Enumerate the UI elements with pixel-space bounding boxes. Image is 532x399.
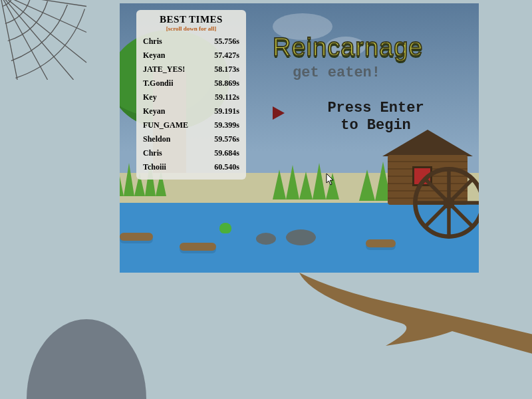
log [120,233,153,241]
svg-line-14 [449,180,472,203]
press-enter-prompt[interactable]: Press Enter to Begin [296,100,456,135]
leaderboard-panel[interactable]: BEST TIMES [scroll down for all] Chris55… [136,10,246,180]
leaderboard-time: 58.173s [214,63,239,76]
mouse-cursor-icon [326,173,335,186]
leaderboard-name: Tchoiii [143,160,166,174]
leaderboard-row: Sheldon59.576s [143,132,239,146]
leaderboard-rows: Chris55.756sKeyan57.427sJATE_YES!58.173s… [143,35,239,174]
leaderboard-row: FUN_GAME59.399s [143,118,239,132]
spiderweb-decoration [0,0,93,80]
play-icon[interactable] [273,106,285,120]
leaderboard-name: Keyan [143,104,165,118]
leaderboard-time: 59.112s [215,90,239,104]
svg-line-15 [426,203,449,226]
svg-line-0 [0,0,86,63]
leaderboard-row: Chris55.756s [143,35,239,49]
leaderboard-name: Sheldon [143,132,170,146]
leaderboard-row: Key59.112s [143,90,239,104]
svg-line-13 [449,203,472,226]
game-viewport: Reincarnage get eaten! Press Enter to Be… [120,3,479,273]
leaderboard-name: T.Gondii [143,76,173,90]
leaderboard-name: Keyan [143,49,165,63]
leaderboard-row: T.Gondii58.869s [143,76,239,90]
water-wheel [412,166,479,239]
svg-line-5 [0,0,17,80]
leaderboard-name: Key [143,90,157,104]
leaderboard-row: Chris59.684s [143,146,239,160]
leaderboard-heading: BEST TIMES [143,14,239,25]
svg-line-12 [426,180,449,203]
leaderboard-row: Keyan57.427s [143,49,239,63]
leaderboard-time: 59.684s [214,146,239,160]
leaderboard-hint: [scroll down for all] [143,25,239,32]
player-frog [219,223,231,233]
game-title: Reincarnage [273,33,423,62]
leaderboard-row: JATE_YES!58.173s [143,63,239,76]
river-stone [286,229,316,245]
river-stone [256,233,276,245]
svg-line-4 [0,0,86,7]
leaderboard-name: FUN_GAME [143,118,188,132]
leaderboard-time: 57.427s [214,49,239,63]
leaderboard-name: Chris [143,35,162,49]
leaderboard-time: 58.869s [214,76,239,90]
leaderboard-time: 59.576s [214,132,239,146]
leaderboard-time: 55.756s [214,35,239,49]
leaderboard-time: 60.540s [214,160,239,174]
leaderboard-time: 59.191s [214,104,239,118]
leaderboard-time: 59.399s [214,118,239,132]
leaderboard-name: Chris [143,146,162,160]
log [366,239,396,247]
leaderboard-row: Keyan59.191s [143,104,239,118]
rock-decoration [27,319,146,399]
branch-decoration [279,266,532,372]
leaderboard-row: Tchoiii60.540s [143,160,239,174]
log [180,243,216,251]
leaderboard-name: JATE_YES! [143,63,185,76]
game-subtitle: get eaten! [293,65,380,81]
